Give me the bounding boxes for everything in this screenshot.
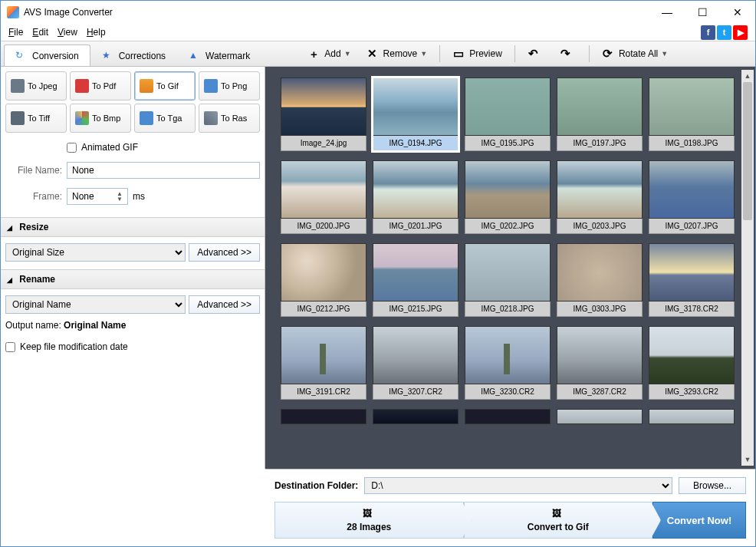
format-ras[interactable]: To Ras [199, 104, 260, 133]
thumbnail[interactable]: IMG_0218.JPG [465, 243, 551, 317]
spinner-arrows-icon[interactable]: ▲▼ [117, 191, 123, 202]
thumbnail[interactable]: IMG_3191.CR2 [281, 326, 366, 400]
thumbnail[interactable] [373, 409, 459, 424]
thumbnail[interactable]: IMG_3207.CR2 [373, 326, 459, 400]
frame-label: Frame: [5, 191, 67, 202]
tab-corrections[interactable]: ★ Corrections [90, 44, 177, 66]
thumbnail-caption: IMG_3191.CR2 [281, 384, 366, 400]
format-tiff[interactable]: To Tiff [5, 104, 67, 133]
rename-advanced-button[interactable]: Advanced >> [189, 295, 260, 314]
thumbnail-caption: IMG_0202.JPG [465, 219, 551, 234]
rename-section-header[interactable]: ◢ Rename [1, 269, 265, 289]
frame-spinner[interactable]: None ▲▼ [67, 188, 128, 205]
close-button[interactable]: ✕ [720, 1, 755, 24]
animated-gif-checkbox[interactable] [67, 143, 77, 153]
format-jpeg[interactable]: To Jpeg [5, 71, 67, 101]
minimize-button[interactable]: — [649, 1, 685, 24]
scroll-up-icon[interactable]: ▲ [741, 70, 754, 82]
preview-button[interactable]: ▭ Preview [446, 44, 508, 63]
step-convert-to[interactable]: 🖼 Convert to Gif [464, 502, 653, 539]
rotate-left-button[interactable]: ↶ [521, 44, 551, 63]
thumbnail[interactable] [465, 409, 551, 424]
remove-button[interactable]: ✕ Remove ▼ [360, 44, 434, 63]
scroll-down-icon[interactable]: ▼ [741, 453, 754, 466]
format-bmp[interactable]: To Bmp [70, 104, 131, 133]
thumbnail-image [649, 326, 735, 384]
output-name-row: Output name: Original Name [5, 320, 260, 331]
filename-input[interactable] [67, 162, 260, 179]
menu-view[interactable]: View [53, 25, 82, 39]
fmt-label: To Tiff [28, 114, 50, 123]
thumbnail-image [557, 326, 643, 384]
format-gif[interactable]: To Gif [134, 71, 196, 101]
btn-label: Remove [383, 48, 418, 59]
tab-watermark[interactable]: ▲ Watermark [177, 44, 261, 66]
thumbnail-image [557, 409, 643, 424]
menu-file[interactable]: File [4, 25, 28, 39]
thumbnail[interactable]: IMG_3293.CR2 [649, 326, 735, 400]
thumbnail[interactable]: Image_24.jpg [281, 77, 366, 151]
thumbnail[interactable]: IMG_0194.JPG [373, 77, 459, 151]
thumbnail-image [649, 77, 735, 136]
youtube-icon[interactable]: ▶ [733, 25, 748, 40]
rotate-all-button[interactable]: ⟳ Rotate All ▼ [596, 44, 674, 63]
thumbnail[interactable]: IMG_0195.JPG [465, 77, 551, 151]
menu-help[interactable]: Help [82, 25, 110, 39]
resize-section-header[interactable]: ◢ Resize [1, 217, 265, 237]
twitter-icon[interactable]: t [717, 25, 731, 40]
fmt-label: To Bmp [92, 114, 120, 123]
thumbnail-caption: IMG_0198.JPG [649, 136, 735, 151]
convert-now-button[interactable]: Convert Now! [652, 502, 746, 539]
thumbnail-caption: IMG_3230.CR2 [465, 384, 551, 400]
thumbnail-caption: IMG_0303.JPG [557, 302, 643, 317]
menu-edit[interactable]: Edit [28, 25, 53, 39]
destination-select[interactable]: D:\ [364, 477, 672, 494]
browse-button[interactable]: Browse... [679, 477, 746, 494]
keep-date-checkbox[interactable] [5, 342, 15, 352]
separator [589, 45, 590, 62]
thumbnail-caption: IMG_0215.JPG [373, 302, 459, 317]
thumbnail-caption: IMG_3207.CR2 [373, 384, 459, 400]
thumbnail[interactable]: IMG_0215.JPG [373, 243, 459, 317]
thumbnail-image [649, 243, 735, 302]
thumbnail[interactable]: IMG_3178.CR2 [649, 243, 735, 317]
thumbnail[interactable] [557, 409, 643, 424]
thumbnail[interactable] [281, 409, 366, 424]
thumbnail[interactable]: IMG_3287.CR2 [557, 326, 643, 400]
thumbnail[interactable]: IMG_0207.JPG [649, 160, 735, 234]
tab-label: Corrections [119, 51, 166, 61]
rotate-right-button[interactable]: ↷ [554, 44, 583, 63]
maximize-button[interactable]: ☐ [685, 1, 720, 24]
fmt-label: To Gif [156, 81, 179, 91]
thumbnail-caption: IMG_0218.JPG [465, 302, 551, 317]
thumbnail[interactable]: IMG_0198.JPG [649, 77, 735, 151]
ras-icon [204, 111, 218, 125]
step-label: Convert to Gif [528, 522, 589, 532]
thumbnail[interactable]: IMG_0203.JPG [557, 160, 643, 234]
rename-preset-select[interactable]: Original Name [5, 295, 186, 314]
thumbnail[interactable]: IMG_0212.JPG [281, 243, 366, 317]
scroll-thumb[interactable] [743, 82, 752, 220]
tab-conversion[interactable]: ↻ Conversion [4, 44, 90, 66]
resize-advanced-button[interactable]: Advanced >> [189, 243, 260, 262]
thumbnail[interactable]: IMG_3230.CR2 [465, 326, 551, 400]
scrollbar[interactable]: ▲ ▼ [741, 70, 754, 466]
thumbnail-caption: IMG_0207.JPG [649, 219, 735, 234]
format-png[interactable]: To Png [199, 71, 260, 101]
add-button[interactable]: + Add ▼ [301, 44, 357, 63]
rotate-all-icon: ⟳ [602, 48, 614, 60]
format-tga[interactable]: To Tga [134, 104, 196, 133]
thumbnail[interactable]: IMG_0303.JPG [557, 243, 643, 317]
step-images[interactable]: 🖼 28 Images [274, 502, 464, 539]
thumbnail[interactable] [649, 409, 735, 424]
thumbnail-image [649, 160, 735, 219]
thumbnail[interactable]: IMG_0201.JPG [373, 160, 459, 234]
fmt-label: To Tga [156, 114, 182, 123]
thumbnail[interactable]: IMG_0200.JPG [281, 160, 366, 234]
resize-preset-select[interactable]: Original Size [5, 243, 186, 262]
thumbnail[interactable]: IMG_0197.JPG [557, 77, 643, 151]
facebook-icon[interactable]: f [701, 25, 715, 40]
format-pdf[interactable]: To Pdf [70, 71, 131, 101]
thumbnail-image [373, 409, 459, 424]
thumbnail[interactable]: IMG_0202.JPG [465, 160, 551, 234]
